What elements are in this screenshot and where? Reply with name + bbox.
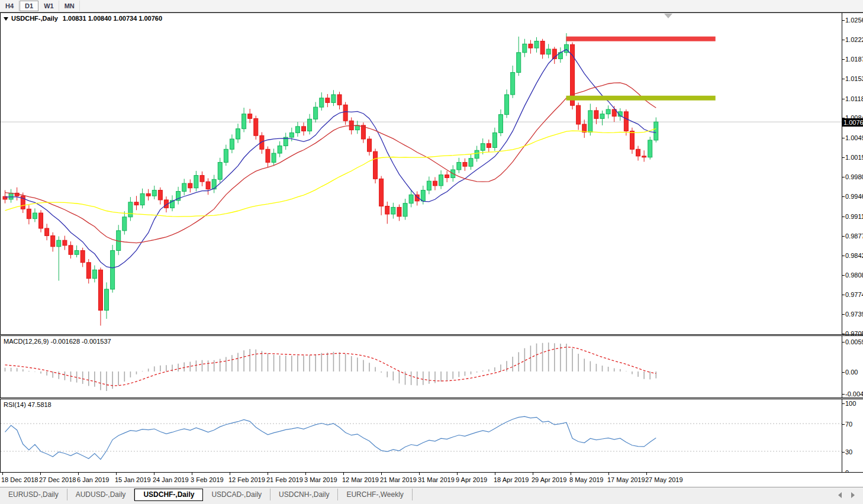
rsi-axis-tick (842, 403, 845, 404)
price-axis-label: 0.99800 (845, 173, 863, 180)
time-axis-tick (78, 473, 79, 475)
rsi-axis-tick (842, 452, 845, 453)
bull-candle (505, 95, 509, 115)
macd-plot-area[interactable]: MACD(12,26,9) -0.001628 -0.001537 (1, 336, 842, 398)
price-axis-tick (842, 118, 845, 118)
chart-symbol-title: USDCHF-,Daily (11, 15, 58, 22)
bear-candle (385, 206, 389, 214)
chart-tab-eurusd[interactable]: EURUSD-,Daily (0, 489, 67, 500)
support-band[interactable] (566, 96, 715, 101)
bear-candle (487, 144, 491, 148)
price-axis-label: 1.00490 (845, 134, 863, 141)
bear-candle (266, 149, 270, 162)
rsi-value: 47.5818 (28, 401, 51, 408)
bear-candle (624, 112, 628, 131)
timeframe-toolbar: H4D1W1MN (0, 0, 863, 12)
bear-candle (540, 41, 545, 54)
bull-candle (469, 159, 473, 166)
price-axis[interactable]: 1.00760 1.025601.022201.018701.015301.01… (842, 13, 863, 334)
bull-candle (194, 176, 198, 188)
bear-candle (158, 190, 162, 200)
time-axis-label: 21 Mar 2019 (380, 476, 417, 483)
rsi-header: RSI(14) 47.5818 (4, 401, 51, 408)
timeframe-button-d1[interactable]: D1 (20, 1, 38, 11)
bear-candle (134, 202, 139, 205)
bull-candle (105, 289, 109, 311)
time-axis-label: 3 Feb 2019 (191, 476, 224, 483)
candlestick-chart[interactable] (1, 13, 842, 334)
macd-chart[interactable] (1, 336, 842, 398)
bull-candle (33, 213, 37, 219)
chart-dropdown-icon[interactable] (4, 17, 8, 21)
bull-candle (152, 190, 156, 196)
bull-candle (654, 122, 658, 140)
chart-tab-eurchf[interactable]: EURCHF-,Weekly (338, 489, 412, 500)
bull-candle (230, 139, 234, 149)
price-axis-label: 1.02220 (845, 36, 863, 43)
time-axis-tick (419, 473, 420, 475)
bear-candle (69, 245, 73, 254)
bear-candle (63, 240, 67, 245)
bull-candle (481, 144, 485, 151)
bull-candle (409, 195, 413, 203)
bull-candle (534, 41, 539, 49)
macd-pane: MACD(12,26,9) -0.001628 -0.001537 0.0059… (0, 335, 863, 398)
bull-candle (92, 270, 96, 278)
time-axis-tick (116, 473, 117, 475)
time-axis-label: 6 Jan 2019 (77, 476, 109, 483)
chart-tab-audusd[interactable]: AUDUSD-,Daily (67, 489, 135, 500)
rsi-line (5, 416, 656, 460)
bull-candle (523, 44, 527, 52)
bear-candle (98, 270, 102, 310)
macd-axis-tick (842, 394, 845, 395)
rsi-axis[interactable]: 10070300 (842, 399, 863, 472)
bull-candle (308, 119, 312, 131)
bear-candle (373, 151, 378, 179)
time-axis-tick (381, 473, 382, 475)
macd-header: MACD(12,26,9) -0.001628 -0.001537 (4, 338, 111, 345)
price-axis-label: 1.01180 (845, 95, 863, 102)
resistance-band[interactable] (566, 37, 715, 41)
chart-tab-usdcad[interactable]: USDCAD-,Daily (203, 489, 271, 500)
bull-candle (218, 162, 222, 179)
timeframe-button-h4[interactable]: H4 (1, 1, 19, 11)
bull-candle (492, 133, 497, 147)
price-axis-tick (842, 20, 845, 21)
time-axis[interactable]: 18 Dec 201827 Dec 20186 Jan 201915 Jan 2… (0, 473, 863, 487)
time-axis-tick (457, 473, 458, 475)
bear-candle (206, 182, 210, 189)
price-axis-tick (842, 217, 845, 217)
timeframe-button-mn[interactable]: MN (60, 1, 80, 11)
rsi-axis-tick (842, 424, 845, 425)
time-axis-tick (40, 473, 41, 475)
bear-candle (80, 251, 85, 263)
tab-scroll-right-icon[interactable] (851, 492, 855, 498)
time-axis-label: 31 Mar 2019 (418, 476, 455, 483)
tab-scroll-buttons (838, 492, 855, 498)
macd-axis-label: 0.00597 (845, 338, 863, 345)
time-axis-label: 27 May 2019 (645, 476, 683, 483)
price-axis-tick (842, 177, 845, 177)
bear-candle (636, 149, 640, 156)
macd-values: -0.001628 -0.001537 (50, 338, 111, 345)
time-axis-label: 3 Mar 2019 (304, 476, 337, 483)
time-axis-tick (646, 473, 647, 475)
rsi-chart[interactable] (1, 399, 842, 472)
rsi-plot-area[interactable]: RSI(14) 47.5818 (1, 399, 842, 472)
bull-candle (588, 111, 592, 133)
tab-scroll-left-icon[interactable] (838, 492, 842, 498)
bull-candle (128, 202, 133, 217)
bull-candle (511, 72, 515, 95)
price-axis-tick (842, 79, 845, 79)
macd-axis[interactable]: 0.005970.00-0.00424 (842, 336, 863, 398)
bear-candle (302, 127, 306, 131)
chart-tab-usdcnh[interactable]: USDCNH-,Daily (271, 489, 338, 500)
time-axis-tick (533, 473, 533, 475)
bear-candle (463, 162, 467, 166)
chart-tab-bar: EURUSD-,DailyAUDUSD-,DailyUSDCHF-,DailyU… (0, 487, 863, 504)
price-plot-area[interactable]: USDCHF-,Daily1.00831 1.00840 1.00734 1.0… (1, 13, 842, 334)
bear-candle (343, 105, 347, 121)
timeframe-button-w1[interactable]: W1 (39, 1, 59, 11)
time-axis-label: 15 Jan 2019 (115, 476, 151, 483)
chart-tab-usdchf[interactable]: USDCHF-,Daily (134, 489, 203, 501)
